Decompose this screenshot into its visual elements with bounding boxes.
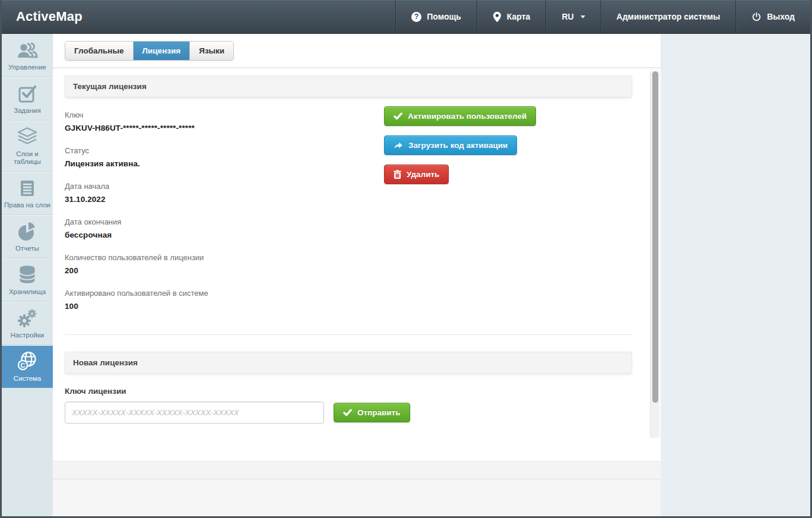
field-label-start-date: Дата начала [65,182,384,191]
sidebar: Управление Задания [2,34,53,516]
database-icon [3,264,52,286]
trash-icon [394,170,401,179]
license-actions: Активировать пользователей Загрузить код… [384,97,632,326]
sidebar-label: Система [3,375,52,383]
sidebar-item-storages[interactable]: Хранилища [2,258,53,301]
sidebar-label: Задания [3,107,52,115]
license-key-input[interactable] [65,402,324,424]
gears-icon [3,307,52,329]
field-value-status: Лицензия активна. [65,159,384,168]
sidebar-item-settings[interactable]: Настройки [2,301,53,345]
sidebar-item-layers-tables[interactable]: Слои и таблицы [2,120,53,171]
activate-users-button[interactable]: Активировать пользователей [384,106,536,126]
share-arrow-icon [394,141,403,150]
field-label-key: Ключ [65,110,384,119]
page-background [661,34,810,516]
license-fields: Ключ GJKUV-H86UT-*****-*****-*****-*****… [65,97,384,326]
sidebar-label: Отчеты [3,245,52,252]
map-button[interactable]: Карта [477,0,546,33]
help-button[interactable]: ? Помощь [395,0,477,33]
scrollbar-thumb[interactable] [652,71,658,403]
sidebar-item-tasks[interactable]: Задания [2,77,53,120]
current-license-body: Ключ GJKUV-H86UT-*****-*****-*****-*****… [65,97,632,326]
task-check-icon [3,83,52,105]
help-icon: ? [411,12,421,22]
sidebar-label: Права на слои [3,201,52,209]
tab-languages[interactable]: Языки [189,42,233,60]
pie-chart-icon [3,220,52,242]
settings-tabbar: Глобальные Лицензия Языки [53,34,661,68]
current-user-label: Администратор системы [617,12,721,21]
delete-license-button[interactable]: Удалить [384,165,449,184]
check-icon [343,409,352,416]
sidebar-item-management[interactable]: Управление [2,34,53,77]
sidebar-label: Слои и таблицы [3,150,52,166]
activate-users-label: Активировать пользователей [408,112,526,121]
section-divider [65,334,632,335]
content-panel: Глобальные Лицензия Языки Текущая лиценз… [53,34,661,516]
logout-label: Выход [767,12,795,21]
layers-icon [3,126,52,148]
submit-license-button[interactable]: Отправить [334,403,410,422]
tab-group: Глобальные Лицензия Языки [65,41,234,61]
globe-icon: C [3,350,52,372]
power-icon [751,12,762,22]
field-label-end-date: Дата окончания [65,217,384,226]
logout-button[interactable]: Выход [735,0,810,33]
language-dropdown[interactable]: RU [545,0,600,33]
panel-footer-area [53,479,661,516]
panel-footer-strip [53,461,661,479]
sidebar-item-layer-rights[interactable]: Права на слои [2,171,53,214]
sidebar-item-system[interactable]: C Система [2,345,53,388]
app-body: Управление Задания [2,34,810,516]
current-user-button[interactable]: Администратор системы [601,0,736,33]
field-value-end-date: бессрочная [65,230,384,239]
sidebar-label: Управление [3,64,52,71]
field-value-start-date: 31.10.2022 [65,195,384,204]
field-value-key: GJKUV-H86UT-*****-*****-*****-***** [65,124,384,132]
current-license-header: Текущая лицензия [65,75,632,97]
app-logo: ActiveMap [2,0,97,33]
vertical-scrollbar[interactable] [650,71,659,438]
sidebar-label: Настройки [3,331,52,339]
new-license-header: Новая лицензия [65,352,632,374]
caret-down-icon [581,15,585,18]
field-label-status: Статус [65,146,384,155]
license-scroll-area: Текущая лицензия Ключ GJKUV-H86UT-*****-… [53,68,661,461]
users-icon [3,39,52,61]
map-label: Карта [507,12,531,21]
navbar-menu: ? Помощь Карта RU Администратор системы [395,0,810,33]
app-window: ActiveMap ? Помощь Карта RU [0,0,812,518]
map-pin-icon [493,11,502,23]
layer-rights-icon [3,177,52,199]
top-navbar: ActiveMap ? Помощь Карта RU [2,0,810,34]
tab-global[interactable]: Глобальные [65,42,133,60]
svg-text:C: C [21,362,26,369]
field-label-activated-users: Активировано пользователей в системе [65,289,384,298]
new-license-form: Отправить [65,402,632,424]
help-label: Помощь [427,12,461,21]
field-value-user-count: 200 [65,266,384,275]
sidebar-label: Хранилища [3,288,52,296]
language-label: RU [562,12,573,21]
field-label-user-count: Количество пользователей в лицензии [65,253,384,262]
sidebar-item-reports[interactable]: Отчеты [2,214,53,258]
submit-license-label: Отправить [357,408,401,417]
tab-license[interactable]: Лицензия [133,42,190,60]
load-activation-code-label: Загрузить код активации [408,141,508,150]
check-icon [394,112,402,120]
load-activation-code-button[interactable]: Загрузить код активации [384,135,517,155]
license-key-label: Ключ лицензии [65,387,632,396]
field-value-activated-users: 100 [65,302,384,311]
delete-license-label: Удалить [407,170,439,179]
